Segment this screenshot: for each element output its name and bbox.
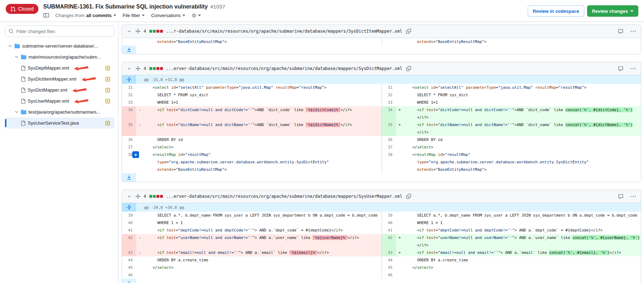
line-number[interactable]: 39 [122, 212, 136, 219]
line-number[interactable] [122, 38, 136, 45]
expand-down-button[interactable] [122, 45, 136, 54]
comment-button[interactable] [617, 193, 624, 200]
line-number[interactable]: 37 [122, 143, 136, 151]
code-cell[interactable]: extends="BaseEntityResultMap"> [396, 38, 641, 45]
line-number[interactable]: 45 [122, 264, 136, 271]
code-cell[interactable]: extends="BaseEntityResultMap"> [136, 38, 382, 45]
code-cell[interactable]: </select> [396, 264, 641, 271]
line-number[interactable]: 46 [382, 271, 396, 279]
code-cell[interactable]: <resultMap id="resultMap" type="org.apac… [136, 151, 382, 173]
code-cell[interactable]: ORDER BY id [136, 136, 382, 143]
file-menu-button[interactable] [630, 28, 637, 35]
line-number[interactable]: 33 [382, 99, 396, 106]
comment-button[interactable] [617, 28, 624, 35]
code-cell[interactable]: <select id="selectAll" parameterType="ja… [136, 84, 382, 91]
file-path[interactable]: ...erver-database/src/main/resources/org… [166, 66, 403, 71]
line-number[interactable]: 45 [382, 264, 396, 271]
code-cell[interactable]: - <if test="email!=null and email!=''"> … [136, 249, 382, 256]
drag-handle-icon[interactable] [135, 29, 140, 34]
line-number[interactable]: 32 [122, 91, 136, 99]
conversations-dropdown[interactable]: Conversations [151, 13, 185, 18]
review-in-codespace-button[interactable]: Review in codespace [528, 5, 584, 17]
code-cell[interactable]: - <if test="dictCode!=null and dictCode!… [136, 106, 382, 121]
tree-file-row[interactable]: SysUserServiceTest.java [5, 118, 115, 129]
code-cell[interactable]: + <if test="dictName!=null and dictName!… [396, 121, 641, 136]
file-tree-toggle-icon[interactable] [43, 12, 49, 18]
copy-path-button[interactable] [405, 65, 412, 72]
copy-path-button[interactable] [405, 28, 412, 34]
tree-folder-row[interactable]: submarine-server/server-database/... [5, 40, 115, 51]
line-number[interactable]: 31 [122, 84, 136, 91]
code-cell[interactable]: </select> [136, 143, 382, 151]
code-cell[interactable] [136, 271, 382, 279]
tree-folder-row[interactable]: test/java/org/apache/submarine/s... [5, 107, 115, 118]
add-line-comment-button[interactable]: + [132, 151, 139, 158]
line-number[interactable]: 31 [382, 84, 396, 91]
code-cell[interactable]: SELECT * FROM sys_dict [136, 91, 382, 99]
line-number[interactable]: 42 [382, 234, 396, 249]
code-cell[interactable]: ORDER BY id [396, 136, 641, 143]
review-changes-button[interactable]: Review changes [587, 5, 638, 17]
line-number[interactable]: 43 [122, 249, 136, 256]
code-cell[interactable]: ORDER BY a.create_time [136, 256, 382, 264]
tree-file-row[interactable]: SysDictMapper.xml [5, 85, 115, 96]
drag-handle-icon[interactable] [135, 66, 140, 71]
line-number[interactable]: 41 [122, 227, 136, 234]
expand-hunk-button[interactable] [122, 203, 136, 212]
copy-path-button[interactable] [405, 193, 412, 200]
line-number[interactable]: 44 [122, 256, 136, 264]
code-cell[interactable]: - <if test="userName!=null and userName!… [136, 234, 382, 249]
line-number[interactable]: 42 [122, 234, 136, 249]
tree-file-row[interactable]: SysDictItemMapper.xml [5, 74, 115, 85]
line-number[interactable]: 34 [122, 106, 136, 121]
code-cell[interactable] [396, 271, 641, 279]
expand-down-button[interactable] [122, 173, 136, 182]
file-path[interactable]: ...r-database/src/main/resources/org/apa… [166, 29, 403, 34]
expand-hunk-button[interactable] [122, 75, 136, 84]
code-cell[interactable]: + <if test="userName!=null and userName!… [396, 234, 641, 249]
line-number[interactable]: 37 [382, 143, 396, 151]
code-cell[interactable]: <if test="deptCode!=null and deptCode!='… [396, 227, 641, 234]
code-cell[interactable]: WHERE 1=1 [396, 99, 641, 106]
line-number[interactable]: 36 [122, 136, 136, 143]
code-cell[interactable]: </select> [396, 143, 641, 151]
line-number[interactable]: 41 [382, 227, 396, 234]
code-cell[interactable]: WHERE 1 = 1 [396, 219, 641, 227]
line-number[interactable]: 33 [122, 99, 136, 106]
code-cell[interactable]: + <if test="email!=null and email!=''"> … [396, 249, 641, 256]
code-cell[interactable]: </select> [136, 264, 382, 271]
tree-folder-row[interactable]: main/resources/org/apache/subm... [5, 51, 115, 62]
tree-file-row[interactable]: SysUserMapper.xml [5, 96, 115, 107]
line-number[interactable]: 44 [382, 256, 396, 264]
file-filter-input[interactable] [5, 26, 115, 37]
file-filter-dropdown[interactable]: File filter [123, 13, 145, 18]
file-path[interactable]: ...erver-database/src/main/resources/org… [166, 194, 403, 199]
code-cell[interactable]: + <if test="dictCode!=null and dictCode!… [396, 106, 641, 121]
line-number[interactable]: 46 [122, 271, 136, 279]
code-cell[interactable]: <resultMap id="resultMap" type="org.apac… [396, 151, 641, 173]
expand-down-button[interactable] [122, 279, 136, 283]
line-number[interactable]: 38 [382, 151, 396, 173]
file-menu-button[interactable] [630, 65, 637, 72]
commits-dropdown[interactable]: Changes from all commits [55, 13, 116, 18]
line-number[interactable]: 34 [382, 106, 396, 121]
line-number[interactable]: 40 [382, 219, 396, 227]
line-number[interactable]: 39 [382, 212, 396, 219]
drag-handle-icon[interactable] [135, 194, 140, 199]
code-cell[interactable]: ORDER BY a.create_time [396, 256, 641, 264]
code-cell[interactable]: WHERE 1 = 1 [136, 219, 382, 227]
line-number[interactable]: 40 [122, 219, 136, 227]
collapse-file-button[interactable] [126, 66, 132, 72]
line-number[interactable]: 43 [382, 249, 396, 256]
comment-button[interactable] [617, 65, 624, 72]
line-number[interactable]: 32 [382, 91, 396, 99]
collapse-file-button[interactable] [126, 28, 132, 34]
code-cell[interactable]: SELECT a.*, b.dept_name FROM sys_user a … [396, 212, 641, 219]
diff-settings-dropdown[interactable]: ⚙ [192, 13, 201, 18]
file-menu-button[interactable] [630, 193, 637, 200]
collapse-file-button[interactable] [126, 194, 132, 200]
code-cell[interactable]: SELECT a.*, b.dept_name FROM sys_user a … [136, 212, 382, 219]
tree-file-row[interactable]: SysDeptMapper.xml [5, 62, 115, 74]
line-number[interactable]: 35 [382, 121, 396, 136]
line-number[interactable]: 36 [382, 136, 396, 143]
